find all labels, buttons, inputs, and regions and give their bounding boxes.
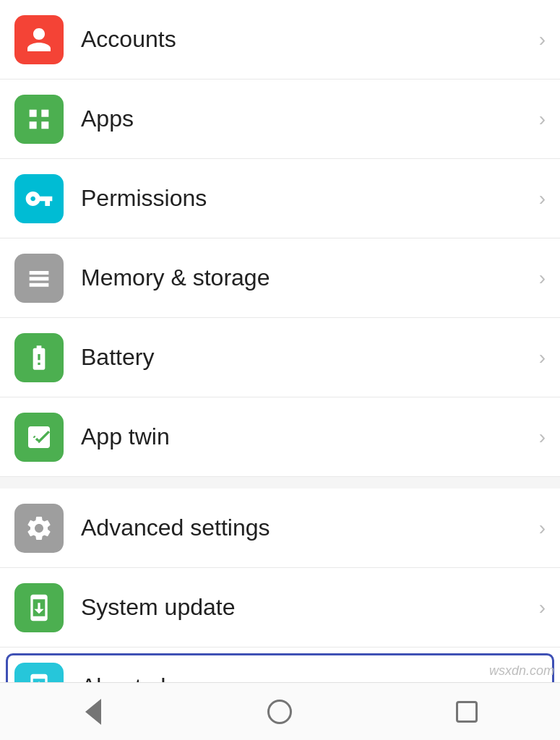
settings-list: Accounts › Apps › Permissions › Memory &… xyxy=(0,0,560,727)
home-icon xyxy=(267,700,292,724)
accounts-chevron: › xyxy=(539,28,546,51)
watermark: wsxdn.com xyxy=(489,663,554,679)
accounts-icon xyxy=(14,15,64,64)
memory-storage-chevron: › xyxy=(539,267,546,290)
battery-chevron: › xyxy=(539,346,546,369)
recents-icon xyxy=(456,701,478,723)
home-button[interactable] xyxy=(251,690,309,733)
apps-chevron: › xyxy=(539,108,546,131)
section-divider xyxy=(0,477,560,489)
back-icon xyxy=(85,699,101,725)
system-update-chevron: › xyxy=(539,596,546,619)
app-twin-label: App twin xyxy=(81,423,532,450)
settings-item-app-twin[interactable]: 2 App twin › xyxy=(0,397,560,477)
svg-text:2: 2 xyxy=(30,430,38,446)
settings-item-apps[interactable]: Apps › xyxy=(0,79,560,159)
recents-button[interactable] xyxy=(438,690,496,733)
settings-item-accounts[interactable]: Accounts › xyxy=(0,0,560,79)
settings-item-permissions[interactable]: Permissions › xyxy=(0,159,560,238)
advanced-settings-label: Advanced settings xyxy=(81,515,532,541)
apps-icon xyxy=(14,95,64,144)
memory-storage-label: Memory & storage xyxy=(81,264,532,291)
advanced-settings-icon xyxy=(14,504,64,553)
accounts-label: Accounts xyxy=(81,26,532,53)
advanced-settings-chevron: › xyxy=(539,517,546,540)
app-twin-icon: 2 xyxy=(14,413,64,462)
settings-item-advanced-settings[interactable]: Advanced settings › xyxy=(0,489,560,568)
settings-item-memory-storage[interactable]: Memory & storage › xyxy=(0,238,560,318)
system-update-icon xyxy=(14,583,64,632)
memory-storage-icon xyxy=(14,254,64,303)
app-twin-chevron: › xyxy=(539,426,546,449)
settings-item-system-update[interactable]: System update › xyxy=(0,568,560,648)
permissions-chevron: › xyxy=(539,187,546,210)
settings-item-battery[interactable]: Battery › xyxy=(0,318,560,397)
system-update-label: System update xyxy=(81,594,532,621)
permissions-icon xyxy=(14,174,64,223)
battery-icon xyxy=(14,333,64,382)
apps-label: Apps xyxy=(81,106,532,132)
nav-bar xyxy=(0,682,560,740)
battery-label: Battery xyxy=(81,344,532,371)
back-button[interactable] xyxy=(64,690,122,733)
permissions-label: Permissions xyxy=(81,185,532,212)
